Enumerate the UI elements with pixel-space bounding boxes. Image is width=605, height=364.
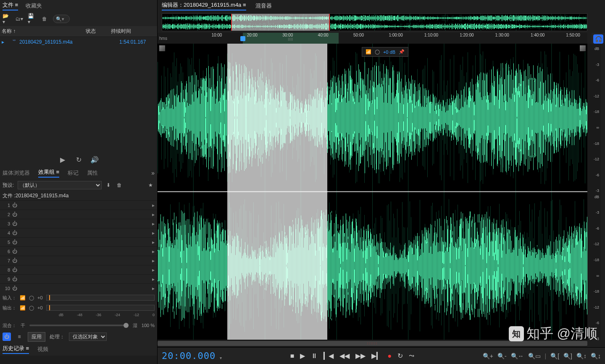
chevron-right-icon[interactable]: ▸ (152, 249, 155, 254)
menu-file[interactable]: 文件 ≡ (3, 1, 18, 10)
tab-video[interactable]: 视频 (37, 346, 48, 353)
tab-history[interactable]: 历史记录 ≡ (3, 345, 29, 354)
input-slider[interactable] (46, 295, 155, 301)
fx-slot-5[interactable]: 5⏻▸ (0, 237, 157, 246)
chevron-right-icon[interactable]: ▸ (152, 276, 155, 282)
trash-icon[interactable]: 🗑 (40, 15, 49, 23)
tab-effects[interactable]: 效果组 ≡ (38, 168, 59, 178)
loop-icon[interactable]: ↻ (74, 155, 83, 164)
chevron-right-icon[interactable]: ▸ (152, 202, 155, 208)
save-icon[interactable]: 💾▾ (28, 15, 36, 23)
hud-knob-icon[interactable]: ◯ (375, 49, 380, 55)
open-folder-icon[interactable]: 📂▾ (3, 15, 11, 23)
fx-slot-6[interactable]: 6⏻▸ (0, 246, 157, 256)
fx-slot-3[interactable]: 3⏻▸ (0, 219, 157, 228)
more-icon[interactable]: » (151, 170, 155, 176)
power-icon[interactable]: ⏻ (10, 267, 19, 273)
fx-slot-9[interactable]: 9⏻▸ (0, 274, 157, 283)
go-start-button[interactable]: ▎◀ (324, 352, 334, 360)
playhead[interactable] (240, 36, 245, 41)
tab-editor[interactable]: 编辑器：20180429_161915.m4a ≡ (162, 1, 246, 10)
zoom-fit-icon[interactable]: 🔍↔ (511, 353, 524, 359)
gain-hud[interactable]: 📶 ◯ +0 dB 📌 (362, 47, 408, 57)
file-row[interactable]: ▸ ⺌ 20180429_161915.m4a 1:54:01.167 (0, 37, 157, 47)
power-icon[interactable]: ⏻ (10, 239, 19, 245)
tab-media-browser[interactable]: 媒体浏览器 (3, 169, 30, 177)
timecode[interactable]: 20:00.000 (162, 351, 216, 361)
zoom-v-out-icon[interactable]: 🔍↨ (591, 353, 601, 359)
power-icon[interactable]: ⏻ (10, 258, 19, 264)
power-icon[interactable]: ⏻ (10, 212, 19, 217)
zoom-sel-in-icon[interactable]: 🔍[ (550, 353, 559, 359)
tab-mixer[interactable]: 混音器 (255, 2, 272, 10)
power-icon[interactable]: ⏻ (10, 285, 19, 291)
delete-preset-icon[interactable]: 🗑 (115, 181, 124, 189)
h-scrollbar[interactable]: :::::: (158, 340, 587, 347)
fforward-button[interactable]: ▶▶ (355, 352, 366, 360)
chevron-right-icon[interactable]: ▸ (152, 221, 155, 227)
fx-slot-10[interactable]: 10⏻▸ (0, 283, 157, 293)
power-icon[interactable]: ⏻ (10, 221, 19, 227)
preset-select[interactable]: （默认） (18, 181, 102, 189)
col-status[interactable]: 状态 (86, 28, 111, 35)
chevron-right-icon[interactable]: ▸ (152, 258, 155, 264)
waveform-overview[interactable] (162, 13, 587, 31)
skip-silence-button[interactable]: ⤳ (409, 352, 414, 360)
zoom-in-icon[interactable]: 🔍+ (483, 353, 493, 359)
power-icon[interactable]: ⏻ (10, 249, 19, 254)
save-preset-icon[interactable]: ⬇ (104, 181, 113, 189)
col-duration[interactable]: 持续时间 (111, 28, 149, 35)
fx-slot-8[interactable]: 8⏻▸ (0, 265, 157, 274)
zoom-sel-out-icon[interactable]: 🔍] (563, 353, 572, 359)
fx-slot-4[interactable]: 4⏻▸ (0, 228, 157, 237)
zoom-out-icon[interactable]: 🔍- (497, 353, 507, 359)
corner-handle-tl[interactable] (159, 45, 165, 51)
tab-properties[interactable]: 属性 (87, 169, 98, 177)
go-end-button[interactable]: ▶▎ (371, 352, 381, 360)
power-icon[interactable]: ⏻ (10, 230, 19, 236)
waveform-editor[interactable]: 📶 ◯ +0 dB 📌 dB-3-6-12-18∞-18-12-6-3dB-3-… (158, 44, 601, 340)
chevron-right-icon[interactable]: ▸ (152, 212, 155, 217)
chevron-right-icon[interactable]: ▸ (152, 239, 155, 245)
pin-icon[interactable]: 📌 (399, 49, 405, 55)
power-icon[interactable]: ⏻ (10, 276, 19, 282)
output-knob-icon[interactable]: ◯ (29, 305, 34, 311)
process-scope-select[interactable]: 仅选区对象 (69, 333, 107, 341)
input-knob-icon[interactable]: ◯ (29, 295, 34, 301)
rewind-button[interactable]: ◀◀ (339, 352, 350, 360)
list-icon[interactable]: ≡ (15, 333, 24, 341)
fx-slot-1[interactable]: 1⏻▸ (0, 200, 157, 209)
stop-button[interactable]: ■ (290, 352, 295, 360)
chevron-right-icon[interactable]: ▸ (152, 285, 155, 291)
timecode-format-icon[interactable]: ▾ (220, 356, 222, 360)
corner-handle-tr[interactable] (580, 45, 586, 51)
col-name[interactable]: 名称 ↑ (2, 28, 86, 35)
favorite-icon[interactable]: ★ (146, 181, 155, 189)
scroll-grip-icon[interactable]: :::::: (367, 341, 378, 345)
mix-slider[interactable] (29, 325, 129, 326)
time-ruler[interactable]: hms |||| 10:0020:0030:0040:0050:001:00:0… (158, 33, 587, 44)
power-icon[interactable]: ⏻ (3, 333, 11, 341)
expand-icon[interactable]: ▸ (2, 39, 4, 45)
tab-markers[interactable]: 标记 (68, 169, 79, 177)
loop-button[interactable]: ↻ (397, 352, 403, 360)
chevron-right-icon[interactable]: ▸ (152, 230, 155, 236)
import-icon[interactable]: 🗂▾ (15, 15, 24, 23)
zoom-sel-icon[interactable]: 🔍▭ (528, 353, 541, 359)
fx-slot-7[interactable]: 7⏻▸ (0, 256, 157, 265)
play-icon[interactable]: ▶ (58, 155, 67, 164)
power-icon[interactable]: ⏻ (10, 202, 19, 208)
fx-slot-2[interactable]: 2⏻▸ (0, 209, 157, 219)
pause-button[interactable]: ⏸ (311, 352, 318, 360)
chevron-right-icon[interactable]: ▸ (152, 267, 155, 273)
headphones-icon[interactable]: 🎧 (593, 34, 603, 44)
output-slider[interactable] (46, 305, 155, 311)
play-button[interactable]: ▶ (300, 352, 305, 360)
menu-favorites[interactable]: 收藏夹 (26, 2, 42, 10)
record-button[interactable]: ● (387, 352, 392, 360)
search-input[interactable]: 🔍▾ (53, 15, 70, 23)
fx-slot-number: 9 (3, 277, 10, 282)
autoplay-icon[interactable]: 🔊 (90, 155, 99, 164)
zoom-v-in-icon[interactable]: 🔍↕ (576, 353, 587, 359)
apply-button[interactable]: 应用 (28, 332, 45, 342)
